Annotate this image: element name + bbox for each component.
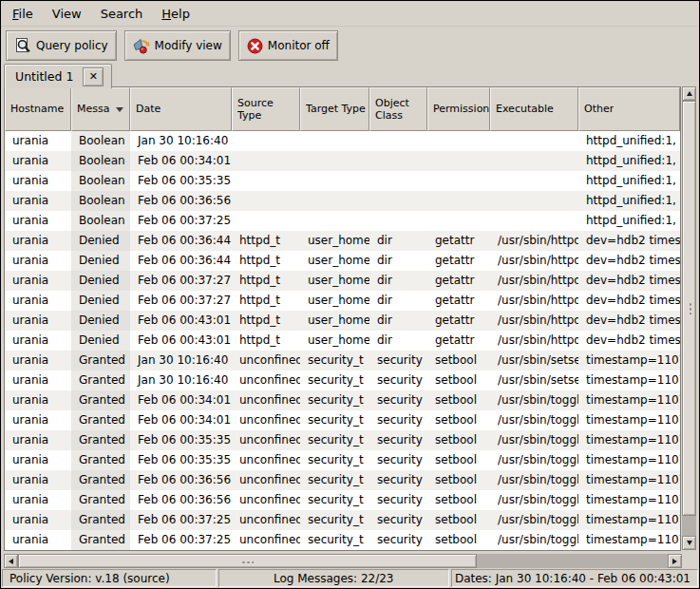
cell-hostname: urania	[5, 131, 71, 151]
table-row[interactable]: uraniaGrantedFeb 06 00:36:56unconfined_s…	[5, 490, 680, 510]
tab-untitled-1[interactable]: Untitled 1 ✕	[4, 64, 112, 88]
scroll-right-button[interactable]	[668, 554, 682, 568]
table-row[interactable]: uraniaDeniedFeb 06 00:43:01httpd_tuser_h…	[5, 311, 680, 331]
cell-source-type: unconfined_	[232, 430, 300, 450]
table-row[interactable]: uraniaGrantedFeb 06 00:36:56unconfined_s…	[5, 470, 680, 490]
table-row[interactable]: uraniaGrantedFeb 06 00:37:25unconfined_s…	[5, 510, 680, 530]
table-row[interactable]: uraniaDeniedFeb 06 00:36:44httpd_tuser_h…	[5, 231, 680, 251]
cell-target-type: security_t	[300, 430, 369, 450]
cell-source-type: unconfined_	[232, 510, 300, 530]
cell-other: dev=hdb2 timesta	[578, 311, 680, 331]
cell-hostname: urania	[5, 171, 71, 191]
cell-target-type	[300, 131, 369, 151]
table-row[interactable]: uraniaGrantedJan 30 10:16:40unconfined_s…	[5, 351, 680, 370]
cell-hostname: urania	[5, 351, 71, 370]
cell-permission: setbool	[427, 510, 490, 530]
monitor-off-button[interactable]: Monitor off	[238, 30, 338, 61]
cell-date: Feb 06 00:37:27	[130, 271, 232, 291]
table-row[interactable]: uraniaDeniedFeb 06 00:37:27httpd_tuser_h…	[5, 271, 680, 291]
cell-other: timestamp=11076	[578, 470, 680, 490]
cell-executable	[490, 151, 578, 171]
cell-date: Feb 06 00:37:25	[130, 510, 232, 530]
column-header-permission[interactable]: Permission	[427, 87, 490, 131]
cell-object-class: dir	[369, 231, 427, 251]
policy-version-text: Policy Version: v.18 (source)	[9, 572, 170, 585]
table-row[interactable]: uraniaGrantedFeb 06 00:34:01unconfined_s…	[5, 410, 680, 430]
column-header-object-class[interactable]: Object Class	[369, 87, 427, 131]
cell-object-class: security	[369, 410, 427, 430]
cell-hostname: urania	[5, 251, 71, 271]
menu-file[interactable]: File	[3, 2, 43, 26]
cell-target-type	[300, 151, 369, 171]
modify-view-button[interactable]: Modify view	[124, 30, 231, 61]
column-label: Hostname	[10, 103, 64, 115]
cell-message: Granted	[71, 410, 130, 430]
cell-hostname: urania	[5, 390, 71, 410]
grip-icon	[241, 560, 254, 563]
scroll-down-button[interactable]	[682, 536, 696, 550]
query-policy-button[interactable]: Query policy	[6, 30, 117, 61]
cell-message: Denied	[71, 311, 130, 331]
cell-hostname: urania	[5, 151, 71, 171]
cell-hostname: urania	[5, 311, 71, 331]
cell-message: Granted	[71, 430, 130, 450]
cell-hostname: urania	[5, 430, 71, 450]
cell-source-type: httpd_t	[232, 271, 300, 291]
cell-date: Feb 06 00:34:01	[130, 390, 232, 410]
cell-hostname: urania	[5, 291, 71, 311]
cell-target-type: security_t	[300, 450, 369, 470]
table-row[interactable]: uraniaBooleanFeb 06 00:35:35httpd_unifie…	[5, 171, 680, 191]
cell-message: Denied	[71, 331, 130, 351]
column-label: Permission	[433, 103, 489, 115]
horizontal-scroll-thumb[interactable]	[18, 554, 477, 568]
table-row[interactable]: uraniaBooleanFeb 06 00:34:01httpd_unifie…	[5, 151, 680, 171]
column-header-other[interactable]: Other	[578, 87, 680, 131]
column-label: Other	[584, 103, 614, 115]
cell-message: Granted	[71, 351, 130, 370]
column-header-message[interactable]: Messa	[71, 87, 130, 131]
table-row[interactable]: uraniaDeniedFeb 06 00:37:27httpd_tuser_h…	[5, 291, 680, 311]
menu-view[interactable]: View	[43, 2, 91, 26]
monitor-off-label: Monitor off	[268, 39, 330, 52]
column-header-source-type[interactable]: Source Type	[232, 87, 300, 131]
cell-source-type	[232, 131, 300, 151]
cell-permission: getattr	[427, 251, 490, 271]
column-header-executable[interactable]: Executable	[490, 87, 578, 131]
table-row[interactable]: uraniaGrantedFeb 06 00:37:25unconfined_s…	[5, 530, 680, 550]
close-icon: ✕	[89, 71, 98, 82]
column-label: Executable	[496, 103, 554, 115]
toolbar: Query policy Modify view Monitor off	[6, 30, 338, 61]
cell-permission: getattr	[427, 271, 490, 291]
table-row[interactable]: uraniaGrantedFeb 06 00:35:35unconfined_s…	[5, 450, 680, 470]
table-row[interactable]: uraniaDeniedFeb 06 00:43:01httpd_tuser_h…	[5, 331, 680, 351]
table-row[interactable]: uraniaBooleanJan 30 10:16:40httpd_unifie…	[5, 131, 680, 151]
scroll-up-button[interactable]	[682, 86, 696, 101]
cell-object-class: security	[369, 510, 427, 530]
menu-search[interactable]: Search	[91, 2, 153, 26]
column-header-hostname[interactable]: Hostname	[5, 87, 71, 131]
menu-help[interactable]: Help	[152, 2, 199, 26]
scroll-left-button[interactable]	[4, 554, 18, 568]
table-row[interactable]: uraniaGrantedFeb 06 00:35:35unconfined_s…	[5, 430, 680, 450]
cell-executable: /usr/sbin/setseb	[490, 370, 578, 390]
cell-message: Boolean	[71, 171, 130, 191]
column-header-date[interactable]: Date	[130, 87, 232, 131]
table-row[interactable]: uraniaBooleanFeb 06 00:37:25httpd_unifie…	[5, 211, 680, 231]
cell-source-type: unconfined_	[232, 351, 300, 370]
table-row[interactable]: uraniaDeniedFeb 06 00:36:44httpd_tuser_h…	[5, 251, 680, 271]
cell-message: Denied	[71, 291, 130, 311]
column-header-target-type[interactable]: Target Type	[300, 87, 369, 131]
cell-source-type: httpd_t	[232, 251, 300, 271]
cell-source-type: unconfined_	[232, 530, 300, 550]
vertical-scroll-thumb[interactable]	[682, 101, 696, 516]
table-body: uraniaBooleanJan 30 10:16:40httpd_unifie…	[5, 131, 680, 550]
cell-permission	[427, 211, 490, 231]
cell-message: Granted	[71, 370, 130, 390]
cell-permission: getattr	[427, 331, 490, 351]
modify-view-icon	[133, 37, 150, 54]
tab-close-button[interactable]: ✕	[83, 67, 104, 86]
table-row[interactable]: uraniaGrantedJan 30 10:16:40unconfined_s…	[5, 370, 680, 390]
table-row[interactable]: uraniaGrantedFeb 06 00:34:01unconfined_s…	[5, 390, 680, 410]
cell-target-type: security_t	[300, 390, 369, 410]
table-row[interactable]: uraniaBooleanFeb 06 00:36:56httpd_unifie…	[5, 191, 680, 211]
